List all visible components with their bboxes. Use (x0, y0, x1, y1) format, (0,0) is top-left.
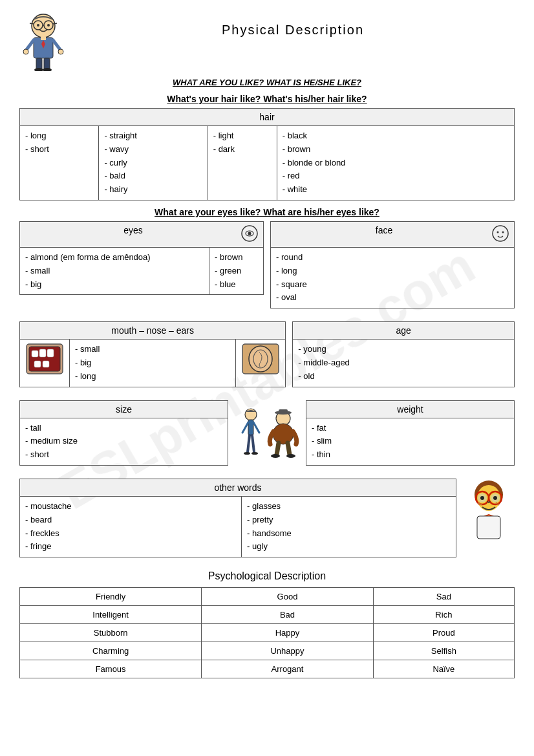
hair-col4: - black - brown - blonde or blond - red … (277, 126, 514, 200)
psych-row-3: Stubborn Happy Proud (20, 624, 515, 642)
svg-point-63 (498, 503, 500, 505)
age-content: - young - middle-aged - old (293, 340, 515, 387)
other-words-table-wrap: other words - moustache - beard - freckl… (19, 479, 456, 564)
psych-cell-2-3: Rich (373, 606, 514, 624)
svg-rect-50 (279, 409, 288, 414)
cartoon-right (463, 479, 515, 545)
psych-cell-1-3: Sad (373, 588, 514, 606)
psych-cell-4-1: Charming (20, 642, 202, 660)
svg-line-45 (277, 443, 279, 455)
psych-cell-3-3: Proud (373, 624, 514, 642)
hair-table: hair - long - short - straight - wavy - … (19, 108, 515, 200)
svg-line-5 (53, 23, 57, 24)
hair-question: What's your hair like? What's his/her ha… (19, 94, 515, 104)
svg-line-46 (288, 443, 290, 455)
svg-line-38 (253, 422, 259, 433)
svg-point-6 (37, 24, 39, 27)
size-content: - tall - medium size - short (20, 418, 228, 465)
hair-header: hair (20, 109, 515, 126)
size-table: size - tall - medium size - short (19, 400, 228, 466)
other-words-layout: other words - moustache - beard - freckl… (19, 479, 515, 564)
psych-table: Friendly Good Sad Intelligent Bad Rich S… (19, 587, 515, 678)
other-words-table: other words - moustache - beard - freckl… (19, 479, 456, 557)
other-words-col1: - moustache - beard - freckles - fringe (20, 496, 242, 557)
svg-rect-66 (477, 516, 500, 539)
svg-rect-28 (39, 349, 46, 357)
svg-line-4 (30, 23, 34, 24)
face-table: face - ro (270, 221, 515, 308)
psych-cell-2-1: Intelligent (20, 606, 202, 624)
other-words-col2: - glasses - pretty - handsome - ugly (242, 496, 456, 557)
psych-cell-4-3: Selfish (373, 642, 514, 660)
svg-line-12 (53, 40, 61, 50)
weight-table: weight - fat - slim - thin (306, 400, 515, 466)
psych-title: Psychological Description (19, 570, 515, 582)
face-header: face (271, 221, 515, 247)
psych-cell-3-1: Stubborn (20, 624, 202, 642)
face-table-wrap: face - ro (270, 221, 515, 315)
svg-line-11 (26, 40, 34, 50)
figure-center (235, 400, 299, 459)
svg-point-24 (502, 231, 504, 233)
weight-header: weight (306, 400, 515, 418)
eyes-table: eyes - almond (em forma de (19, 221, 264, 295)
svg-point-59 (493, 496, 497, 500)
psych-row-1: Friendly Good Sad (20, 588, 515, 606)
main-title: Physical Description (71, 23, 515, 38)
title-area: Physical Description (71, 13, 515, 38)
size-box: size - tall - medium size - short (19, 400, 228, 472)
svg-point-7 (47, 24, 50, 27)
svg-line-40 (252, 435, 254, 452)
svg-line-39 (248, 435, 250, 452)
mouth-image-cell (20, 340, 70, 387)
svg-point-0 (32, 14, 55, 38)
svg-point-58 (480, 496, 484, 500)
svg-rect-9 (41, 37, 46, 40)
svg-point-41 (244, 452, 250, 455)
mouth-header: mouth – nose – ears (20, 322, 286, 340)
weight-content: - fat - slim - thin (306, 418, 515, 465)
psych-row-4: Charming Unhappy Selfish (20, 642, 515, 660)
svg-point-22 (493, 226, 508, 241)
age-box: age - young - middle-aged - old (292, 321, 515, 393)
mouth-content: - small - big - long (70, 340, 236, 387)
psych-cell-1-1: Friendly (20, 588, 202, 606)
psych-row-5: Famous Arrogant Naïve (20, 660, 515, 678)
psych-row-2: Intelligent Bad Rich (20, 606, 515, 624)
nose-image-cell (236, 340, 286, 387)
hair-col3: - light - dark (208, 126, 277, 200)
eyes-question: What are your eyes like? What are his/he… (19, 207, 515, 217)
other-words-header: other words (20, 479, 456, 496)
header: Physical Description (19, 13, 515, 71)
psych-cell-3-2: Happy (202, 624, 374, 642)
psych-cell-5-3: Naïve (373, 660, 514, 678)
eyes-table-wrap: eyes - almond (em forma de (19, 221, 264, 315)
mouth-box: mouth – nose – ears (19, 321, 286, 393)
age-header: age (293, 322, 515, 340)
weight-box: weight - fat - slim - thin (306, 400, 515, 472)
svg-point-47 (271, 454, 280, 458)
psych-cell-2-2: Bad (202, 606, 374, 624)
svg-point-48 (286, 454, 295, 458)
svg-point-61 (480, 503, 482, 505)
svg-rect-30 (34, 361, 41, 367)
psych-cell-5-1: Famous (20, 660, 202, 678)
svg-point-21 (248, 232, 251, 235)
svg-point-42 (251, 452, 258, 455)
mouth-table: mouth – nose – ears (19, 321, 286, 387)
svg-point-44 (273, 424, 294, 444)
psych-cell-4-2: Unhappy (202, 642, 374, 660)
eyes-col1: - almond (em forma de amêndoa) - small -… (20, 247, 209, 294)
cartoon-figure-left (19, 13, 71, 71)
svg-point-62 (496, 502, 498, 504)
svg-point-14 (58, 49, 63, 54)
mouth-age-layout: mouth – nose – ears (19, 321, 515, 393)
psych-cell-5-2: Arrogant (202, 660, 374, 678)
svg-rect-29 (47, 349, 54, 357)
svg-rect-31 (43, 361, 49, 367)
size-weight-layout: size - tall - medium size - short (19, 400, 515, 472)
svg-point-13 (23, 49, 28, 54)
hair-col2: - straight - wavy - curly - bald - hairy (99, 126, 208, 200)
face-content: - round - long - square - oval (271, 247, 515, 308)
svg-point-23 (497, 231, 499, 233)
